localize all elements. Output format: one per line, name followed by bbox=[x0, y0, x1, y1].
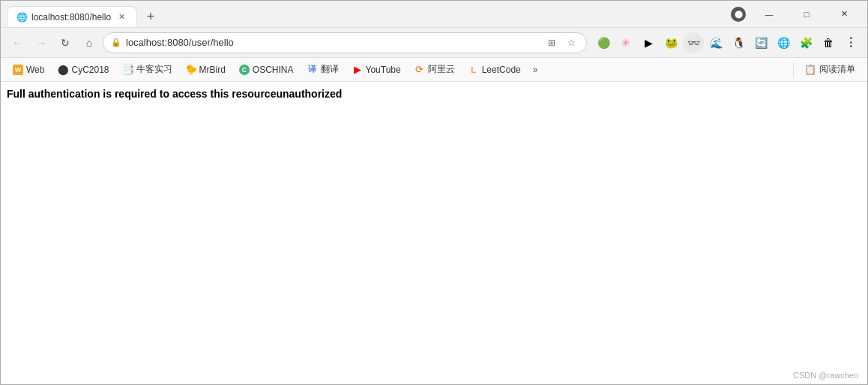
bookmark-cyc2018-label: CyC2018 bbox=[71, 65, 109, 75]
icon-3[interactable]: ▶ bbox=[638, 32, 659, 53]
page-content: Full authentication is required to acces… bbox=[1, 82, 867, 385]
page-message: Full authentication is required to acces… bbox=[7, 88, 342, 100]
bookmark-mrbird-label: MrBird bbox=[199, 65, 226, 75]
icon-4[interactable]: 🐸 bbox=[660, 32, 681, 53]
bookmark-youtube[interactable]: ▶ YouTube bbox=[346, 61, 407, 79]
icon-1[interactable]: 🟢 bbox=[593, 32, 614, 53]
bookmark-leetcode-label: LeetCode bbox=[482, 65, 521, 75]
new-tab-button[interactable]: + bbox=[140, 6, 161, 27]
github-icon: ⬤ bbox=[58, 65, 68, 75]
icon-downloads[interactable]: 🗑 bbox=[818, 32, 839, 53]
niuke-icon: 📑 bbox=[123, 65, 133, 75]
bookmarks-bar: W Web ⬤ CyC2018 📑 牛客实习 🐤 MrBird C OSCHIN… bbox=[1, 58, 867, 82]
bookmark-oschina-label: OSCHINA bbox=[253, 65, 294, 75]
titlebar: 🌐 localhost:8080/hello ✕ + ⬤ — □ ✕ bbox=[1, 1, 867, 28]
forward-button[interactable]: → bbox=[31, 32, 52, 53]
reload-button[interactable]: ↻ bbox=[55, 32, 76, 53]
navbar: ← → ↻ ⌂ 🔒 localhost:8080/user/hello ⊞ ☆ … bbox=[1, 28, 867, 58]
tab-title: localhost:8080/hello bbox=[31, 12, 111, 23]
bookmark-youtube-label: YouTube bbox=[366, 65, 401, 75]
icon-7[interactable]: 🐧 bbox=[728, 32, 749, 53]
icon-extensions[interactable]: 🧩 bbox=[795, 32, 816, 53]
web-icon: W bbox=[13, 65, 23, 75]
bookmark-leetcode[interactable]: L LeetCode bbox=[462, 61, 527, 79]
alicloud-icon: ⟳ bbox=[415, 65, 425, 75]
active-tab[interactable]: 🌐 localhost:8080/hello ✕ bbox=[7, 6, 137, 27]
star-icon[interactable]: ☆ bbox=[564, 35, 579, 50]
address-icons: ⊞ ☆ bbox=[544, 35, 579, 50]
translate-icon: 译 bbox=[307, 65, 318, 75]
bookmark-oschina[interactable]: C OSCHINA bbox=[233, 61, 300, 79]
browser-icons: 🟢 ✳ ▶ 🐸 👓 🌊 🐧 🔄 🌐 🧩 🗑 ⋮ bbox=[593, 32, 861, 53]
leetcode-icon: L bbox=[468, 65, 479, 75]
bookmark-niuke[interactable]: 📑 牛客实习 bbox=[117, 61, 178, 79]
lock-icon: 🔒 bbox=[111, 38, 121, 47]
bookmark-alicloud-label: 阿里云 bbox=[428, 63, 455, 76]
bookmark-web[interactable]: W Web bbox=[7, 61, 50, 79]
bookmark-translate[interactable]: 译 翻译 bbox=[301, 61, 345, 79]
home-button[interactable]: ⌂ bbox=[79, 32, 100, 53]
maximize-button[interactable]: □ bbox=[789, 2, 824, 26]
profile-icon[interactable]: ⬤ bbox=[731, 7, 746, 22]
reading-mode-button[interactable]: 📋 阅读清单 bbox=[798, 61, 861, 79]
reading-mode-icon: 📋 bbox=[804, 64, 816, 75]
window-controls: — □ ✕ bbox=[752, 2, 861, 26]
back-button[interactable]: ← bbox=[7, 32, 28, 53]
address-text: localhost:8080/user/hello bbox=[126, 37, 540, 48]
bookmark-alicloud[interactable]: ⟳ 阿里云 bbox=[409, 61, 461, 79]
bookmark-cyc2018[interactable]: ⬤ CyC2018 bbox=[52, 61, 115, 79]
bookmark-web-label: Web bbox=[26, 65, 44, 75]
grid-icon[interactable]: ⊞ bbox=[544, 35, 559, 50]
oschina-icon: C bbox=[239, 65, 250, 75]
icon-8[interactable]: 🔄 bbox=[750, 32, 771, 53]
bookmark-mrbird[interactable]: 🐤 MrBird bbox=[180, 61, 232, 79]
tab-favicon: 🌐 bbox=[16, 12, 27, 23]
tab-area: 🌐 localhost:8080/hello ✕ + bbox=[7, 1, 725, 27]
reading-mode-label: 阅读清单 bbox=[819, 63, 855, 76]
icon-5[interactable]: 👓 bbox=[683, 32, 704, 53]
icon-2[interactable]: ✳ bbox=[615, 32, 636, 53]
bookmarks-more-button[interactable]: » bbox=[528, 61, 543, 79]
more-options-button[interactable]: ⋮ bbox=[840, 32, 861, 53]
icon-6[interactable]: 🌊 bbox=[705, 32, 726, 53]
tab-close-button[interactable]: ✕ bbox=[115, 11, 127, 23]
watermark: CSDN @rawchen bbox=[793, 371, 858, 380]
mrbird-icon: 🐤 bbox=[186, 65, 196, 75]
icon-9[interactable]: 🌐 bbox=[773, 32, 794, 53]
address-bar[interactable]: 🔒 localhost:8080/user/hello ⊞ ☆ bbox=[103, 32, 587, 53]
divider bbox=[793, 62, 794, 77]
youtube-icon: ▶ bbox=[352, 65, 363, 75]
close-button[interactable]: ✕ bbox=[827, 2, 861, 26]
bookmark-niuke-label: 牛客实习 bbox=[136, 63, 172, 76]
bookmark-translate-label: 翻译 bbox=[321, 63, 339, 76]
minimize-button[interactable]: — bbox=[752, 2, 786, 26]
